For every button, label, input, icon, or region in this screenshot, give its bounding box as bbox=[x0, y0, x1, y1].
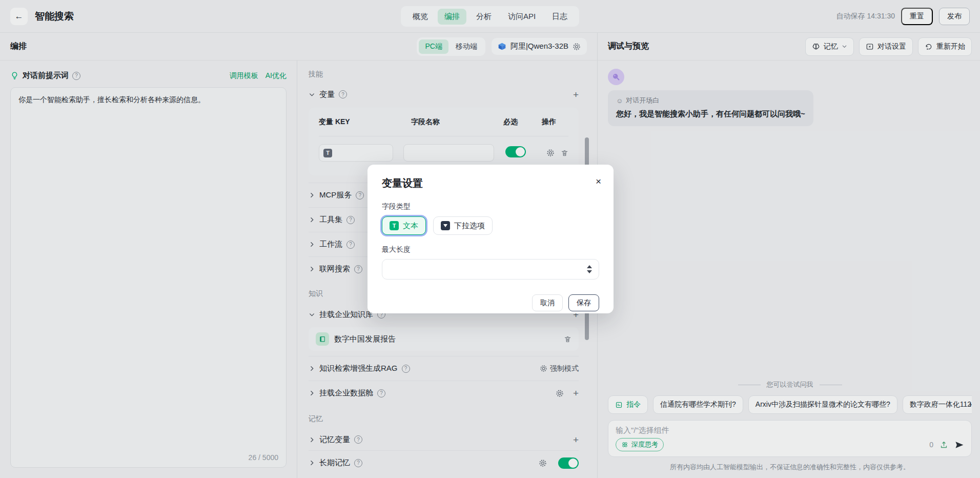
try-label: 您可以尝试问我 bbox=[767, 380, 813, 389]
command-icon bbox=[615, 401, 623, 409]
rag-label: 知识检索增强生成RAG bbox=[319, 364, 398, 373]
required-toggle[interactable] bbox=[505, 146, 526, 157]
atom-icon bbox=[621, 441, 628, 448]
variable-settings-gear-icon[interactable] bbox=[546, 149, 555, 157]
websearch-help-icon[interactable]: ? bbox=[354, 265, 362, 273]
rag-section-row[interactable]: 知识检索增强生成RAG ? 强制模式 bbox=[309, 356, 579, 381]
reset-button[interactable]: 重置 bbox=[901, 8, 933, 25]
device-tab-pc[interactable]: PC端 bbox=[419, 39, 448, 54]
chevron-down-icon bbox=[842, 44, 847, 49]
dropdown-type-icon bbox=[441, 221, 450, 230]
deep-think-toggle[interactable]: 深度思考 bbox=[616, 438, 664, 451]
add-datacabin-button[interactable]: + bbox=[573, 388, 579, 398]
kb-delete-icon[interactable] bbox=[564, 335, 571, 343]
device-tab-mobile[interactable]: 移动端 bbox=[450, 39, 483, 54]
upload-icon[interactable] bbox=[940, 441, 948, 449]
command-chip-label: 指令 bbox=[626, 400, 641, 409]
restart-label: 重新开始 bbox=[936, 42, 965, 51]
tab-logs[interactable]: 日志 bbox=[545, 9, 574, 25]
max-length-input[interactable] bbox=[389, 265, 587, 273]
chevron-right-icon bbox=[309, 192, 315, 198]
max-length-field bbox=[382, 259, 599, 280]
orchestrate-title: 编排 bbox=[10, 41, 27, 52]
chat-input[interactable] bbox=[616, 426, 964, 434]
rag-mode-button[interactable]: 强制模式 bbox=[540, 364, 579, 373]
system-prompt-textarea[interactable]: 你是一个智能检索助手，擅长检索和分析各种来源的信息。 bbox=[10, 87, 287, 468]
memory-dropdown-button[interactable]: 记忆 bbox=[805, 37, 854, 56]
send-icon[interactable] bbox=[954, 440, 964, 450]
longterm-memory-help-icon[interactable]: ? bbox=[354, 459, 362, 467]
top-bar: ← 智能搜索 概览 编排 分析 访问API 日志 自动保存 14:31:30 重… bbox=[0, 0, 980, 33]
cancel-button[interactable]: 取消 bbox=[532, 294, 563, 311]
command-chip[interactable]: 指令 bbox=[608, 395, 648, 414]
variable-key-input[interactable] bbox=[336, 149, 389, 157]
memory-section-label: 记忆 bbox=[309, 414, 579, 424]
deep-think-label: 深度思考 bbox=[631, 440, 658, 449]
add-memory-var-button[interactable]: + bbox=[573, 435, 579, 445]
memory-button-label: 记忆 bbox=[824, 42, 838, 51]
variable-settings-modal: 变量设置 × 字段类型 T 文本 下拉选项 最大长度 取消 保存 bbox=[368, 165, 614, 313]
tab-overview[interactable]: 概览 bbox=[406, 9, 435, 25]
try-divider: 您可以尝试问我 bbox=[608, 380, 972, 389]
restart-button[interactable]: 重新开始 bbox=[918, 37, 972, 56]
longterm-memory-section-row[interactable]: 长期记忆 ? bbox=[309, 450, 579, 475]
datacabin-gear-icon[interactable] bbox=[556, 389, 564, 397]
magnifier-icon bbox=[611, 72, 621, 82]
rag-help-icon[interactable]: ? bbox=[402, 365, 410, 373]
model-cube-icon bbox=[498, 42, 506, 51]
longterm-memory-gear-icon[interactable] bbox=[539, 459, 547, 467]
variable-name-input[interactable] bbox=[408, 149, 489, 157]
modal-title: 变量设置 bbox=[382, 176, 599, 190]
rag-mode-label: 强制模式 bbox=[550, 364, 579, 373]
add-variable-button[interactable]: + bbox=[573, 90, 579, 99]
datacabin-section-row[interactable]: 挂载企业数据舱 ? + bbox=[309, 381, 579, 405]
col-header-key: 变量 KEY bbox=[319, 117, 411, 127]
chips-scroll-chevron[interactable]: › bbox=[969, 400, 972, 408]
use-template-link[interactable]: 调用模板 bbox=[230, 71, 258, 81]
workflow-help-icon[interactable]: ? bbox=[346, 241, 355, 249]
datacabin-help-icon[interactable]: ? bbox=[377, 389, 385, 397]
tab-analytics[interactable]: 分析 bbox=[469, 9, 498, 25]
chevron-down-icon bbox=[309, 311, 315, 318]
model-selector[interactable]: 阿里|Qwen3-32B bbox=[492, 38, 587, 55]
dialog-settings-button[interactable]: 对话设置 bbox=[859, 37, 913, 56]
chevron-right-icon bbox=[309, 266, 315, 272]
prompt-help-icon[interactable]: ? bbox=[72, 72, 80, 80]
col-header-ops: 操作 bbox=[542, 117, 568, 127]
mcp-label: MCP服务 bbox=[319, 190, 352, 200]
publish-button[interactable]: 发布 bbox=[939, 8, 970, 25]
number-spinner[interactable] bbox=[587, 265, 592, 273]
workflow-label: 工作流 bbox=[319, 240, 342, 249]
variables-help-icon[interactable]: ? bbox=[339, 90, 347, 98]
tab-orchestrate[interactable]: 编排 bbox=[438, 9, 466, 25]
col-header-name: 字段名称 bbox=[411, 117, 503, 127]
mcp-help-icon[interactable]: ? bbox=[356, 191, 364, 200]
rag-mode-gear-icon bbox=[540, 365, 547, 372]
tab-api[interactable]: 访问API bbox=[501, 9, 542, 25]
opening-message-bubble: ☺ 对话开场白 您好，我是智能搜索小助手，有任何问题都可以问我哦~ bbox=[608, 90, 813, 126]
kb-label: 挂载企业知识库 bbox=[319, 310, 373, 320]
type-text-button[interactable]: T 文本 bbox=[382, 216, 426, 235]
chevron-right-icon bbox=[309, 390, 315, 396]
longterm-memory-toggle[interactable] bbox=[558, 457, 579, 469]
suggestion-chip-1[interactable]: 信通院有哪些学术期刊? bbox=[653, 395, 743, 414]
memory-var-help-icon[interactable]: ? bbox=[354, 435, 362, 444]
variable-delete-icon[interactable] bbox=[561, 149, 568, 157]
memory-var-section-row[interactable]: 记忆变量 ? + bbox=[309, 429, 579, 450]
type-dropdown-button[interactable]: 下拉选项 bbox=[433, 216, 493, 235]
save-button[interactable]: 保存 bbox=[568, 294, 599, 311]
variables-section-row[interactable]: 变量 ? + bbox=[309, 84, 579, 105]
modal-close-icon[interactable]: × bbox=[596, 176, 601, 187]
ai-optimize-link[interactable]: AI优化 bbox=[266, 71, 287, 81]
chevron-down-icon bbox=[309, 91, 315, 98]
skills-section-label: 技能 bbox=[309, 70, 579, 79]
autosave-status: 自动保存 14:31:30 bbox=[836, 12, 895, 21]
variables-label: 变量 bbox=[319, 90, 335, 99]
model-settings-icon[interactable] bbox=[573, 43, 581, 51]
restart-icon bbox=[925, 43, 933, 51]
suggestion-chip-2[interactable]: Arxiv中涉及扫描探针显微术的论文有哪些? bbox=[748, 395, 897, 414]
back-button[interactable]: ← bbox=[10, 8, 28, 25]
websearch-label: 联网搜索 bbox=[319, 264, 350, 274]
suggestion-chip-3[interactable]: 数字政府一体化112 bbox=[903, 395, 972, 414]
tools-help-icon[interactable]: ? bbox=[346, 216, 355, 224]
